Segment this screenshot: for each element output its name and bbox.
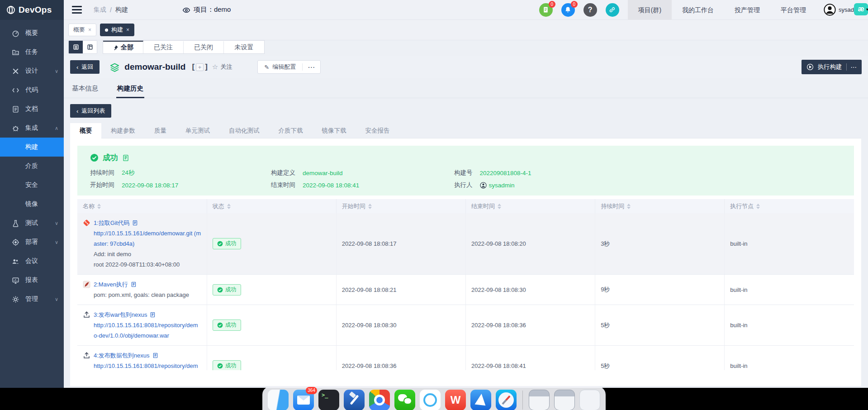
tab-image-download[interactable]: 镜像下载 <box>313 123 356 138</box>
sidebar-item-admin[interactable]: 管理 ∨ <box>0 290 64 309</box>
sidebar-item-deploy[interactable]: 部署 ∨ <box>0 233 64 252</box>
sort-icon[interactable] <box>368 204 372 209</box>
sidebar-item-label: 镜像 <box>25 200 38 208</box>
board-view-button[interactable] <box>83 41 97 53</box>
log-document-icon[interactable] <box>131 281 137 287</box>
step-name-link[interactable]: 3:发布war包到nexus <box>94 310 156 320</box>
notifications-button[interactable]: 0 <box>561 3 575 17</box>
follow-button[interactable]: ☆ 关注 <box>212 63 232 71</box>
sort-icon[interactable] <box>97 204 101 209</box>
filter-tab-all[interactable]: 全部 <box>103 41 143 53</box>
column-header-duration[interactable]: 持续时间 <box>595 199 725 213</box>
more-run-options-button[interactable]: ⋯ <box>851 63 857 71</box>
sidebar-item-images[interactable]: 镜像 <box>0 195 64 214</box>
tab-unit-test[interactable]: 单元测试 <box>176 123 219 138</box>
notification-count-badge: 0 <box>549 1 555 8</box>
filter-tab-unset[interactable]: 未设置 <box>224 41 264 53</box>
log-document-icon[interactable] <box>152 353 158 358</box>
log-document-icon[interactable] <box>122 154 129 162</box>
tab-build-params[interactable]: 构建参数 <box>101 123 145 138</box>
back-to-list-button[interactable]: ‹ 返回列表 <box>70 104 111 118</box>
executor-link[interactable]: sysadmin <box>489 182 515 189</box>
app-thunder-icon[interactable] <box>470 390 491 410</box>
step-name-link[interactable]: 4:发布数据包到nexus <box>94 350 158 361</box>
column-header-node[interactable]: 执行节点 <box>725 199 854 213</box>
sidebar-item-test[interactable]: 测试 ∨ <box>0 214 64 233</box>
menu-toggle-icon[interactable] <box>72 6 82 14</box>
links-button[interactable] <box>606 3 619 17</box>
app-terminal-icon[interactable] <box>318 390 339 410</box>
sidebar-item-integration[interactable]: 集成 ∧ <box>0 119 64 138</box>
sidebar-item-code[interactable]: 代码 <box>0 81 64 100</box>
more-actions-button[interactable]: ⋯ <box>303 63 320 72</box>
sort-icon[interactable] <box>227 204 231 209</box>
tab-build-history[interactable]: 构建历史 <box>116 80 144 98</box>
trash-icon[interactable] <box>579 390 600 410</box>
tab-quality[interactable]: 质量 <box>145 123 176 138</box>
app-mail-icon[interactable]: 364 <box>293 390 314 410</box>
column-header-name[interactable]: 名称 <box>77 199 207 213</box>
back-button[interactable]: ‹ 返回 <box>70 60 100 74</box>
log-document-icon[interactable] <box>150 312 156 318</box>
column-header-status[interactable]: 状态 <box>207 199 336 213</box>
step-repo-link[interactable]: http://10.15.15.161/demo/demowar.git (ma… <box>94 228 201 249</box>
filter-tab-closed[interactable]: 已关闭 <box>184 41 224 53</box>
report-notify-button[interactable]: 0 <box>539 3 553 17</box>
nav-platform[interactable]: 平台管理 <box>770 0 816 20</box>
sort-icon[interactable] <box>756 204 760 209</box>
step-name-link[interactable]: 1:拉取Git代码 <box>94 218 138 228</box>
artifact-link[interactable]: http://10.15.15.161:8081/repository/demo… <box>94 320 201 341</box>
tab-artifact-download[interactable]: 介质下载 <box>269 123 313 138</box>
tab-chip-overview[interactable]: 概要 × <box>68 24 96 36</box>
sidebar-item-reports[interactable]: 报表 <box>0 271 64 290</box>
nav-workbench[interactable]: 我的工作台 <box>672 0 724 20</box>
field-value[interactable]: demowar-build <box>303 170 343 176</box>
minimized-window-icon[interactable] <box>529 390 550 410</box>
sidebar-item-docs[interactable]: 文档 <box>0 100 64 119</box>
column-header-start[interactable]: 开始时间 <box>336 199 465 213</box>
tab-automation-test[interactable]: 自动化测试 <box>219 123 269 138</box>
filter-tab-followed[interactable]: 已关注 <box>143 41 184 53</box>
sort-icon[interactable] <box>627 204 631 209</box>
close-icon[interactable]: × <box>126 27 129 33</box>
run-build-button[interactable]: 执行构建 ⋯ <box>802 60 862 74</box>
list-toolbar: 全部 已关注 已关闭 未设置 <box>64 40 868 54</box>
help-button[interactable]: ? <box>583 3 597 17</box>
step-name-link[interactable]: 2:Maven执行 <box>94 279 137 290</box>
sidebar-item-security[interactable]: 安全 <box>0 176 64 195</box>
app-finder-icon[interactable] <box>268 390 289 410</box>
step-end-time: 2022-09-08 18:08:41 <box>465 346 595 371</box>
sidebar-item-artifacts[interactable]: 介质 <box>0 157 64 176</box>
sort-icon[interactable] <box>498 204 501 209</box>
sidebar-item-build[interactable]: 构建 <box>0 138 64 157</box>
project-selector[interactable]: 项目：demo <box>182 5 231 14</box>
list-view-button[interactable] <box>69 41 83 53</box>
app-safari-icon[interactable] <box>496 390 517 410</box>
nav-projects[interactable]: 项目(群) <box>628 0 672 20</box>
minimized-window-icon[interactable] <box>554 390 575 410</box>
log-document-icon[interactable] <box>132 220 138 226</box>
build-steps-table: 名称 状态 开始时间 结束时间 持续时间 执行节点 <box>77 199 854 370</box>
nav-production[interactable]: 投产管理 <box>724 0 770 20</box>
app-wechat-icon[interactable] <box>394 390 415 410</box>
app-wps-icon[interactable]: W <box>445 390 466 410</box>
field-label: 持续时间 <box>90 169 114 177</box>
sidebar-item-design[interactable]: 设计 ∨ <box>0 62 64 81</box>
artifact-link[interactable]: http://10.15.15.161:8081/repository/demo… <box>94 361 201 370</box>
sidebar-item-meeting[interactable]: 会议 <box>0 252 64 271</box>
sidebar-item-tasks[interactable]: 任务 <box>0 43 64 62</box>
tab-summary[interactable]: 概要 <box>70 123 101 138</box>
column-header-end[interactable]: 结束时间 <box>465 199 595 213</box>
breadcrumb-parent[interactable]: 集成 <box>94 6 106 14</box>
app-xcode-icon[interactable] <box>344 390 365 410</box>
tab-chip-build[interactable]: 构建 × <box>100 24 134 36</box>
app-browser-icon[interactable] <box>420 390 441 410</box>
user-menu[interactable]: sysadmin æ ▾ <box>816 0 868 20</box>
tab-basic-info[interactable]: 基本信息 <box>71 80 99 98</box>
close-icon[interactable]: × <box>88 27 91 33</box>
add-tag-button[interactable]: + <box>196 63 204 71</box>
app-chrome-icon[interactable] <box>369 390 390 410</box>
edit-config-button[interactable]: ✎ 编辑配置 <box>258 63 302 71</box>
tab-security-report[interactable]: 安全报告 <box>356 123 399 138</box>
sidebar-item-overview[interactable]: 概要 <box>0 24 64 43</box>
